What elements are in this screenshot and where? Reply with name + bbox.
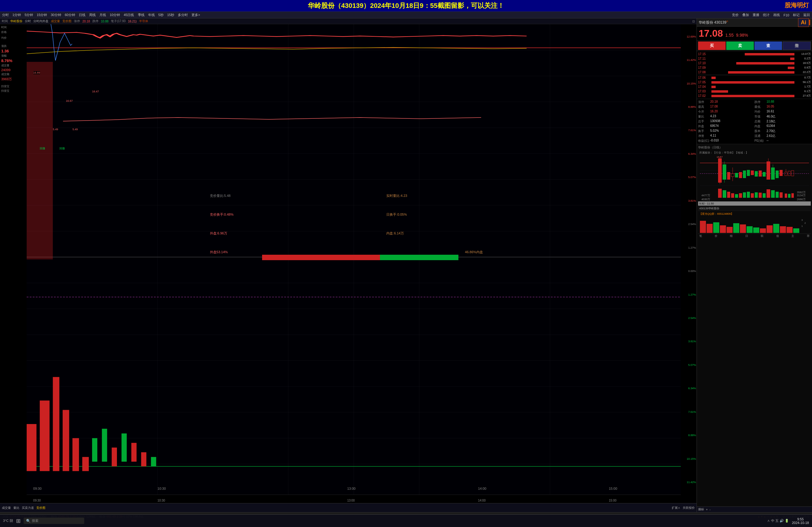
svg-rect-39: [131, 443, 136, 462]
svg-rect-98: [780, 170, 783, 176]
marker-minus[interactable]: -: [710, 508, 710, 511]
tb-45d[interactable]: 45日线: [123, 12, 135, 18]
tb-fenshi[interactable]: 分时: [1, 12, 10, 18]
tb-weekly[interactable]: 周线: [88, 12, 97, 18]
daily-chart-title: 华岭股份（日线）: [698, 145, 811, 150]
ct-basket-val: 16.21): [127, 19, 137, 23]
svg-text:3582万: 3582万: [797, 191, 806, 194]
nav-bi[interactable]: 笔: [699, 234, 702, 238]
svg-text:3: 3: [801, 219, 803, 221]
nav-tui[interactable]: 荐: [807, 234, 810, 238]
tb-10min[interactable]: 10分钟: [109, 12, 121, 18]
svg-rect-138: [767, 225, 773, 233]
chart-area: 时间 华岭股份 分时 分时内外盘 成交量 竞价图 张停 20.18 跌停 10.…: [0, 18, 697, 512]
svg-rect-85: [735, 173, 738, 177]
tb-daily[interactable]: 日线: [78, 12, 86, 18]
tb-15sec[interactable]: 15秒: [166, 12, 175, 18]
ct-vol[interactable]: 成交量: [50, 19, 61, 24]
tb-30min[interactable]: 30分钟: [50, 12, 62, 18]
svg-rect-109: [735, 194, 738, 198]
ct-jingj[interactable]: 竞价图: [62, 19, 72, 24]
ai-badge[interactable]: Ai: [798, 18, 809, 27]
svg-rect-108: [731, 193, 734, 198]
ct-fenshi[interactable]: 分时: [24, 19, 31, 24]
tb-multifs[interactable]: 多分时: [177, 12, 189, 18]
svg-rect-123: [792, 193, 794, 198]
tb-back[interactable]: 返回: [802, 12, 811, 18]
tb-diejia[interactable]: 叠加: [741, 12, 750, 18]
tb-60min[interactable]: 60分钟: [64, 12, 76, 18]
brand-logo: 股海明灯: [785, 1, 809, 10]
tb-f10[interactable]: F10: [783, 13, 790, 17]
svg-rect-142: [793, 229, 799, 233]
svg-rect-31: [53, 377, 59, 471]
tb-jingj[interactable]: 竞价: [731, 12, 740, 18]
info-zuigao: 最高 17.08 最低 16.05: [698, 104, 811, 109]
svg-rect-111: [743, 192, 746, 198]
svg-text:2: 2: [804, 222, 806, 224]
ct-inner[interactable]: 分时内外盘: [33, 19, 49, 24]
jingj-tab[interactable]: 竞价图: [37, 506, 45, 510]
nav-zhu[interactable]: 主: [792, 234, 794, 238]
svg-rect-29: [27, 424, 37, 471]
tb-more[interactable]: 更多>: [191, 12, 201, 18]
vol-val: 24099: [0, 68, 27, 72]
pct-m5.07: 5.07%: [681, 364, 697, 366]
amt-tab[interactable]: 量比: [13, 506, 19, 510]
vol-tab[interactable]: 成交量: [2, 506, 11, 510]
svg-rect-41: [151, 457, 156, 466]
marker-plus[interactable]: +: [706, 508, 708, 511]
cancel-button[interactable]: 撤: [783, 42, 811, 50]
tb-5min[interactable]: 5分钟: [24, 12, 34, 18]
chart-subtoolbar: 时间 华岭股份 分时 分时内外盘 成交量 竞价图 张停 20.18 跌停 10.…: [0, 18, 697, 24]
tb-mark[interactable]: 标记: [792, 12, 800, 18]
nav-jia[interactable]: 价: [715, 234, 717, 238]
expand-btn[interactable]: 扩展∧: [672, 506, 680, 510]
query-button[interactable]: 查: [754, 42, 782, 50]
info-waipan: 外盘 69574 内盘 61364: [698, 124, 811, 129]
search-icon: 🔍: [26, 519, 31, 523]
svg-rect-136: [753, 228, 759, 233]
svg-rect-113: [751, 193, 754, 198]
tb-stats[interactable]: 统计: [762, 12, 770, 18]
buy-channel-tab[interactable]: 买卖力道: [22, 506, 34, 510]
tb-monthly[interactable]: 月线: [99, 12, 107, 18]
mini-candle-chart: 4477万 4030万: [698, 156, 811, 201]
price-anno-16.47: 16.47: [92, 90, 99, 93]
svg-rect-114: [755, 192, 758, 198]
price-anno-small: 5.49: [53, 128, 58, 131]
nav-zhi[interactable]: 值: [776, 234, 779, 238]
price-anno-small2: 5.49: [72, 128, 78, 131]
ct-expand[interactable]: ⊡: [692, 19, 695, 23]
svg-rect-35: [92, 438, 97, 462]
tb-season[interactable]: 季线: [137, 12, 145, 18]
tb-replay[interactable]: 重播: [752, 12, 760, 18]
svg-rect-37: [112, 448, 117, 466]
tb-5sec[interactable]: 5秒: [158, 12, 164, 18]
start-button[interactable]: ⊞: [16, 517, 20, 524]
tb-15min[interactable]: 15分钟: [36, 12, 48, 18]
nav-ri[interactable]: 日: [745, 234, 748, 238]
svg-rect-121: [785, 193, 787, 198]
jingj-hs: 竞价换手:0.48%: [210, 212, 234, 217]
nav-xi[interactable]: 细: [730, 234, 733, 238]
svg-text:09:30: 09:30: [33, 499, 41, 502]
关联报价[interactable]: 关联报价: [683, 506, 695, 510]
svg-rect-91: [759, 171, 762, 177]
nav-lian[interactable]: 联: [761, 234, 764, 238]
pct-m10.15: 10.15%: [681, 457, 697, 460]
tb-1min[interactable]: 1分钟: [12, 12, 22, 18]
sell-button[interactable]: 卖: [726, 42, 754, 50]
ri-hs: 日换手:0.05%: [386, 212, 407, 217]
tray-icons: ∧ 中 五 🔊 🔋: [767, 518, 789, 523]
svg-rect-81: [727, 172, 730, 180]
marker-btn[interactable]: 播标: [698, 507, 704, 512]
buy-button[interactable]: 买: [698, 42, 726, 50]
price-display: 17.08 1.55 9.98%: [697, 27, 812, 41]
info-huanshou: 换手 5.02% 股本 2.70亿: [698, 129, 811, 134]
ct-sector[interactable]: 半导体: [139, 19, 149, 24]
tb-year[interactable]: 年线: [147, 12, 156, 18]
search-bar[interactable]: 🔍 搜索: [24, 517, 84, 524]
pct-m7.61: 7.61%: [681, 410, 697, 413]
tb-draw[interactable]: 画线: [772, 12, 781, 18]
